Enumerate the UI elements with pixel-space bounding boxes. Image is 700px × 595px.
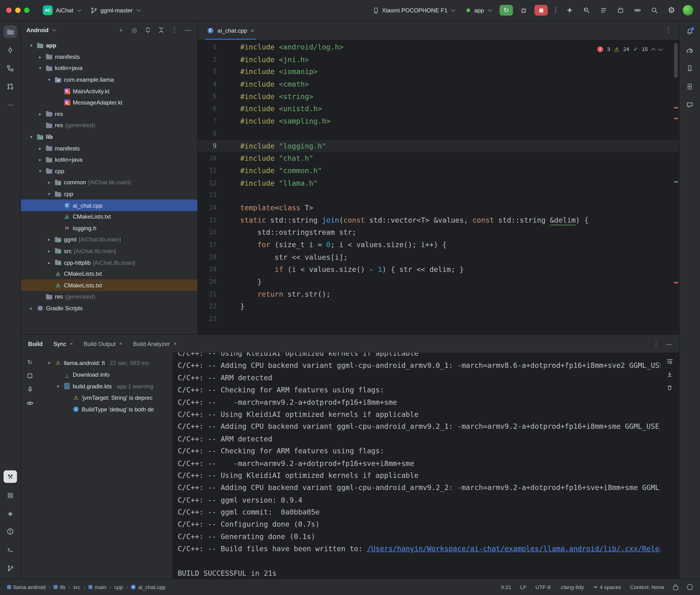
pull-requests-toolwindow-icon[interactable] <box>4 80 17 93</box>
line-number[interactable]: 19 <box>198 263 217 276</box>
line-number[interactable]: 6 <box>198 103 217 115</box>
notifications-icon[interactable] <box>683 26 696 38</box>
close-tab-icon[interactable]: × <box>173 340 176 347</box>
tree-item-kotlin-java[interactable]: ▸kotlin+java <box>21 154 197 166</box>
tab-sync[interactable]: Sync × <box>53 340 73 347</box>
more-actions-icon[interactable]: ⋮ <box>552 6 559 14</box>
chevron-collapsed-icon[interactable]: ▸ <box>37 111 43 116</box>
tab-build-analyzer[interactable]: Build Analyzer × <box>133 340 177 347</box>
caret-position[interactable]: 9:21 <box>501 584 511 590</box>
line-number[interactable]: 7 <box>198 115 217 128</box>
code-line-19[interactable]: 19 if (i < values.size() - 1) { str << d… <box>198 263 679 276</box>
line-number[interactable]: 13 <box>198 189 217 202</box>
line-number[interactable]: 17 <box>198 239 217 251</box>
line-number[interactable]: 5 <box>198 90 217 103</box>
line-number[interactable]: 10 <box>198 152 217 165</box>
next-problem-icon[interactable] <box>658 47 663 51</box>
tree-item-src[interactable]: ▸src[AiChat.lib.main] <box>21 245 197 257</box>
tree-item-messageadapter.kt[interactable]: MessageAdapter.kt <box>21 97 197 108</box>
tree-item-res[interactable]: res(generated) <box>21 120 197 131</box>
editor-scrollbar[interactable] <box>674 43 678 78</box>
minimize-window-button[interactable] <box>15 8 21 13</box>
more-toolwindows-icon[interactable]: ⋯ <box>4 98 17 111</box>
tree-item-ggml[interactable]: ▸ggml[AiChat.lib.main] <box>21 234 197 245</box>
line-number[interactable]: 2 <box>198 53 217 66</box>
pin-icon[interactable] <box>27 386 33 393</box>
app-inspection-toolwindow-icon[interactable]: ◈ <box>4 507 17 519</box>
project-selector[interactable]: AC AiChat <box>39 4 84 17</box>
device-selector[interactable]: Xiaomi POCOPHONE F1 <box>369 5 458 16</box>
chevron-expanded-icon[interactable]: ▾ <box>46 77 52 82</box>
code-line-5[interactable]: 5#include <string> <box>198 90 679 103</box>
search-code-icon[interactable] <box>581 4 593 16</box>
breadcrumb-lib[interactable]: lib <box>54 584 65 590</box>
breadcrumb-main[interactable]: main <box>88 584 106 590</box>
scroll-to-end-icon[interactable] <box>666 371 673 378</box>
tree-item-build.gradle.kts[interactable]: ▾build.gradle.ktsapp 1 warning <box>39 380 173 392</box>
tree-item-cpp[interactable]: ▾cpp <box>21 188 197 200</box>
linter-widget[interactable]: .clang-tidy <box>559 584 584 590</box>
line-number[interactable]: 14 <box>198 202 217 214</box>
chevron-collapsed-icon[interactable]: ▸ <box>28 306 34 311</box>
tree-item-logging.h[interactable]: logging.h <box>21 222 197 234</box>
stop-process-icon[interactable] <box>27 373 32 378</box>
zoom-window-button[interactable] <box>24 8 29 13</box>
structure-toolwindow-icon[interactable] <box>4 62 17 75</box>
chevron-collapsed-icon[interactable]: ▸ <box>46 180 52 185</box>
line-number[interactable]: 3 <box>198 66 217 78</box>
previous-problem-icon[interactable] <box>651 48 656 52</box>
code-line-18[interactable]: 18 str << values[i]; <box>198 251 679 263</box>
line-number[interactable]: 1 <box>198 41 217 53</box>
rerun-button[interactable]: ↻ <box>500 5 513 16</box>
code-line-12[interactable]: 12#include "llama.h" <box>198 177 679 189</box>
code-line-9[interactable]: 9#include "logging.h" <box>198 140 679 152</box>
inspection-widget[interactable]: ! 3 ⚠ 24 ✓ 15 <box>595 42 664 56</box>
chevron-expanded-icon[interactable]: ▾ <box>28 134 34 139</box>
file-encoding[interactable]: UTF-8 <box>535 584 551 590</box>
inspections-indicator-icon[interactable] <box>687 584 693 590</box>
tree-item-buildtype-debug-is-both-de[interactable]: BuildType 'debug' is both de <box>39 403 173 415</box>
code-line-3[interactable]: 3#include <iomanip> <box>198 66 679 78</box>
user-avatar[interactable] <box>682 4 694 16</box>
stop-button[interactable] <box>534 5 548 16</box>
line-separator[interactable]: LF <box>520 584 526 590</box>
line-number[interactable]: 20 <box>198 276 217 288</box>
chevron-expanded-icon[interactable]: ▾ <box>46 192 52 196</box>
code-line-21[interactable]: 21 return str.str(); <box>198 288 679 301</box>
code-line-17[interactable]: 17 for (size_t i = 0; i < values.size();… <box>198 239 679 251</box>
code-line-11[interactable]: 11#include "common.h" <box>198 165 679 177</box>
task-list-icon[interactable] <box>597 4 610 16</box>
line-number[interactable]: 11 <box>198 165 217 177</box>
close-window-button[interactable] <box>6 8 11 13</box>
tree-item-mainactivity.kt[interactable]: MainActivity.kt <box>21 85 197 97</box>
code-line-10[interactable]: 10#include "chat.h" <box>198 152 679 165</box>
tree-item-manifests[interactable]: ▸manifests <box>21 143 197 154</box>
breadcrumb-llama.android[interactable]: llama.android <box>7 584 46 590</box>
add-icon[interactable]: + <box>117 26 125 34</box>
line-number[interactable]: 12 <box>198 177 217 189</box>
chevron-expanded-icon[interactable]: ▾ <box>37 169 43 174</box>
code-line-23[interactable]: 23 <box>198 313 679 325</box>
settings-icon[interactable]: ⚙ <box>665 4 678 16</box>
filter-icon[interactable] <box>26 400 34 406</box>
code-line-4[interactable]: 4#include <cmath> <box>198 78 679 90</box>
error-stripe-mark[interactable] <box>674 282 678 284</box>
tree-item-download-info[interactable]: Download info <box>39 369 173 380</box>
code-line-8[interactable]: 8 <box>198 128 679 140</box>
lock-icon[interactable] <box>673 586 678 590</box>
line-number[interactable]: 15 <box>198 214 217 226</box>
chevron-expanded-icon[interactable]: ▾ <box>46 361 52 366</box>
tree-item-cpp-httplib[interactable]: ▸cpp-httplib[AiChat.lib.main] <box>21 257 197 268</box>
code-line-6[interactable]: 6#include <unistd.h> <box>198 103 679 115</box>
plugins-icon[interactable] <box>614 4 627 16</box>
code-line-22[interactable]: 22} <box>198 301 679 313</box>
editor-tab[interactable]: ai_chat.cpp × <box>201 21 259 40</box>
chevron-collapsed-icon[interactable]: ▸ <box>37 146 43 151</box>
locate-file-icon[interactable]: ◎ <box>130 26 138 34</box>
editor-tab-options-icon[interactable]: ⋮ <box>665 26 675 34</box>
tree-item-cpp[interactable]: ▾cpp <box>21 166 197 177</box>
tab-build-output[interactable]: Build Output × <box>84 340 122 347</box>
run-configuration-selector[interactable]: app <box>463 5 495 16</box>
chevron-collapsed-icon[interactable]: ▸ <box>46 260 52 265</box>
build-console[interactable]: C/C++: -- Using KleidiAI optimized kerne… <box>173 352 660 579</box>
